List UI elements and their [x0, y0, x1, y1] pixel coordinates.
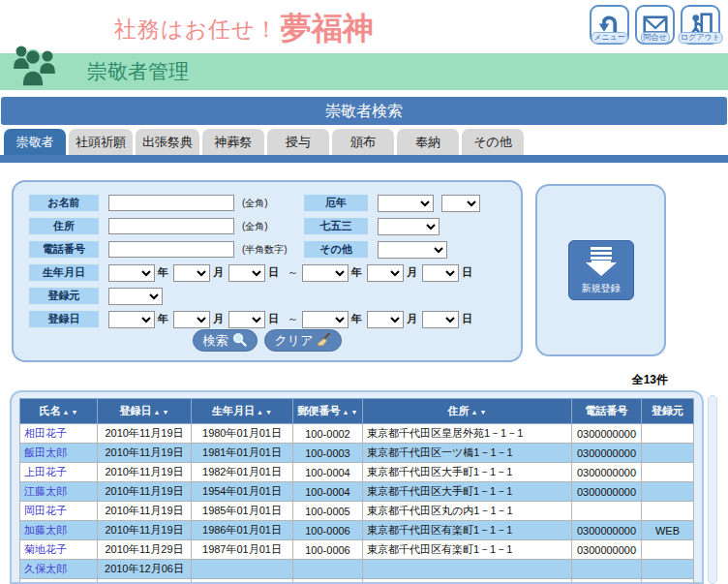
regdate-from-year-select[interactable]: [108, 311, 155, 328]
new-registration-button[interactable]: 新規登録: [568, 240, 634, 300]
cell-name: 菊地花子: [20, 540, 98, 560]
tab-item[interactable]: 授与: [267, 129, 329, 155]
member-name-link[interactable]: 上田花子: [24, 466, 67, 477]
member-name-link[interactable]: 久保太郎: [24, 563, 67, 574]
tab-item[interactable]: 崇敬者: [4, 129, 66, 155]
sort-desc-icon[interactable]: ▼: [265, 409, 272, 415]
phone-note: (半角数字): [242, 243, 288, 257]
clear-button[interactable]: クリア: [264, 329, 343, 352]
day-unit: 日: [462, 312, 472, 326]
tab-item[interactable]: その他: [462, 129, 524, 155]
sort-desc-icon[interactable]: ▼: [72, 409, 78, 415]
sort-desc-icon[interactable]: ▼: [480, 409, 487, 415]
table-cell: 100-0006: [293, 521, 363, 540]
table-cell: 100-0003: [293, 444, 363, 463]
sort-asc-icon[interactable]: ▲: [154, 409, 161, 415]
birth-to-month-select[interactable]: [367, 264, 404, 282]
reg-source-select[interactable]: [108, 288, 163, 305]
sort-desc-icon[interactable]: ▼: [351, 409, 358, 415]
regdate-from-month-select[interactable]: [173, 311, 210, 328]
tab-item[interactable]: 神葬祭: [202, 129, 264, 155]
table-cell: 東京都千代田区皇居外苑1－1－1: [363, 424, 572, 444]
year-unit: 年: [351, 312, 362, 326]
clear-button-label: クリア: [275, 332, 314, 350]
table-header-row: 氏名▲▼登録日▲▼生年月日▲▼郵便番号▲▼住所▲▼電話番号登録元: [20, 399, 694, 424]
table-cell: 1982年01月01日: [192, 463, 293, 482]
table-row: 加藤太郎2010年11月19日1986年01月01日100-0006東京都千代田…: [20, 521, 694, 540]
year-unit: 年: [158, 265, 168, 280]
tab-item[interactable]: 出張祭典: [136, 129, 199, 155]
other-select[interactable]: [378, 241, 447, 259]
birth-to-day-select[interactable]: [422, 264, 459, 282]
search-panel: お名前 (全角) 厄年 住所 (全角) 七五三 電話番号 (半角数字) その他 …: [12, 180, 523, 362]
sort-asc-icon[interactable]: ▲: [471, 409, 478, 415]
column-label: 郵便番号: [298, 405, 341, 416]
form-buttons: 検索 クリア: [14, 329, 521, 352]
tab-underline: [0, 155, 728, 163]
birth-from-day-select[interactable]: [228, 264, 265, 282]
table-cell: 東京都千代田区有楽町1－1－1: [363, 540, 572, 560]
shichigosan-select[interactable]: [378, 218, 440, 235]
column-header[interactable]: 氏名▲▼: [20, 399, 98, 424]
results-scrollbar[interactable]: [708, 395, 717, 584]
column-label: 登録日: [120, 405, 152, 416]
column-header[interactable]: 住所▲▼: [363, 399, 572, 424]
cell-name: 岡田花子: [20, 502, 98, 521]
tab-item[interactable]: 社頭祈願: [69, 129, 133, 155]
tab-bar: 崇敬者社頭祈願出張祭典神葬祭授与頒布奉納その他: [4, 129, 524, 155]
logout-button[interactable]: ログアウト: [681, 5, 720, 45]
member-name-link[interactable]: 相田花子: [24, 427, 67, 439]
table-row: 菊地花子2010年11月29日1987年01月01日100-0006東京都千代田…: [20, 540, 694, 560]
register-down-arrow-icon: [581, 247, 622, 282]
phone-input[interactable]: [108, 241, 234, 258]
regdate-to-year-select[interactable]: [302, 311, 349, 328]
sort-desc-icon[interactable]: ▼: [163, 409, 169, 415]
table-row: 小池太郎2010年12月08日: [20, 579, 694, 584]
month-unit: 月: [407, 265, 417, 280]
new-registration-panel: 新規登録: [535, 184, 666, 356]
table-cell: 1986年01月01日: [192, 521, 293, 540]
sort-asc-icon[interactable]: ▲: [343, 409, 349, 415]
regdate-from-day-select[interactable]: [228, 311, 265, 328]
member-name-link[interactable]: 加藤太郎: [24, 524, 67, 536]
tab-item[interactable]: 奉納: [397, 129, 459, 155]
column-header: 登録元: [642, 399, 694, 424]
sort-asc-icon[interactable]: ▲: [63, 409, 70, 415]
table-cell: [572, 560, 642, 579]
table-cell: [192, 560, 293, 579]
table-cell: 1985年01月01日: [192, 502, 293, 521]
table-cell: 0300000000: [572, 463, 642, 482]
column-header[interactable]: 郵便番号▲▼: [293, 399, 363, 424]
table-cell: 2010年12月06日: [98, 560, 192, 579]
inquiry-button[interactable]: 問合せ: [635, 5, 675, 45]
column-header[interactable]: 登録日▲▼: [98, 399, 192, 424]
table-cell: [293, 560, 363, 579]
table-cell: [363, 579, 572, 584]
regdate-to-day-select[interactable]: [422, 311, 459, 328]
member-name-link[interactable]: 菊地花子: [24, 543, 67, 555]
table-cell: 100-0004: [293, 482, 363, 502]
sort-asc-icon[interactable]: ▲: [257, 409, 263, 415]
yakudoshi-year-select[interactable]: [441, 195, 480, 212]
column-header: 電話番号: [572, 399, 642, 424]
birthdate-row: 生年月日 年 月 日 ～ 年 月 日: [29, 263, 477, 282]
yakudoshi-label: 厄年: [304, 195, 368, 211]
tab-item[interactable]: 頒布: [332, 129, 394, 155]
column-header[interactable]: 生年月日▲▼: [192, 399, 293, 424]
table-cell: 0300000000: [572, 482, 642, 502]
search-button[interactable]: 検索: [193, 329, 258, 352]
table-cell: 2010年11月19日: [98, 502, 192, 521]
member-name-link[interactable]: 江藤太郎: [24, 485, 67, 497]
member-name-link[interactable]: 岡田花子: [24, 505, 67, 516]
birth-from-year-select[interactable]: [108, 264, 155, 282]
name-input[interactable]: [108, 195, 234, 211]
magnifier-icon: [232, 332, 247, 350]
member-name-link[interactable]: 飯田太郎: [24, 446, 67, 458]
birth-from-month-select[interactable]: [173, 264, 210, 282]
address-input[interactable]: [108, 218, 234, 234]
other-row: その他: [304, 240, 447, 259]
menu-button[interactable]: メニュー: [590, 5, 629, 45]
birth-to-year-select[interactable]: [302, 264, 349, 282]
regdate-to-month-select[interactable]: [367, 311, 404, 328]
yakudoshi-type-select[interactable]: [378, 195, 434, 212]
